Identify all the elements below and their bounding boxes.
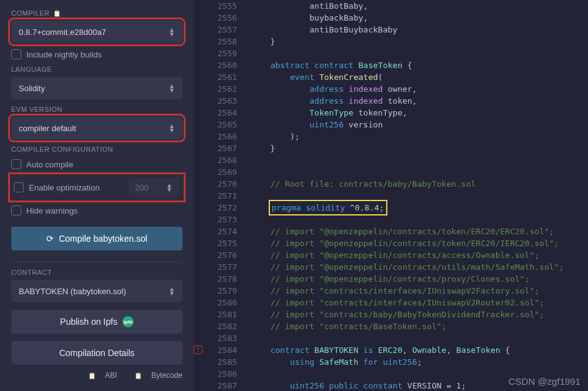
ipfs-icon: ipfs (122, 316, 134, 327)
abi-link[interactable]: ABI (81, 371, 117, 380)
error-gutter: ! (194, 0, 205, 391)
nightly-row: Include nightly builds (11, 49, 182, 59)
copy-icon[interactable] (53, 9, 61, 17)
chevron-updown-icon: ▲▼ (169, 27, 175, 36)
config-label: COMPILER CONFIGURATION (11, 146, 182, 153)
chevron-updown-icon: ▲▼ (169, 124, 175, 132)
nightly-checkbox[interactable] (11, 49, 21, 59)
compilation-details-button[interactable]: Compilation Details (11, 341, 182, 365)
chevron-updown-icon: ▲▼ (166, 183, 172, 192)
publish-ipfs-button[interactable]: Publish on Ipfs ipfs (11, 310, 182, 334)
optimization-row: Enable optimization 200 ▲▼ (11, 176, 182, 199)
compiler-sidebar: COMPILER 0.8.7+commit.e28d00a7 ▲▼ Includ… (0, 0, 194, 391)
copy-icon (88, 371, 96, 380)
evm-label: EVM VERSION (11, 106, 182, 113)
optimization-checkbox[interactable] (14, 182, 24, 192)
autocompile-row: Auto compile (11, 159, 182, 169)
autocompile-checkbox[interactable] (11, 159, 21, 169)
refresh-icon: ⟳ (46, 234, 54, 244)
code-content[interactable]: antiBotBaby, buybackBaby, antiBotBuyback… (244, 0, 570, 391)
copy-icon (134, 371, 142, 380)
divider (11, 262, 182, 262)
line-gutter: 2555255625572558255925602561256225632564… (205, 0, 244, 391)
compile-button[interactable]: ⟳ Compile babytoken.sol (11, 227, 182, 250)
hidewarn-row: Hide warnings (11, 205, 182, 215)
language-select[interactable]: Solidity ▲▼ (11, 77, 182, 99)
contract-select[interactable]: BABYTOKEN (babytoken.sol) ▲▼ (11, 280, 182, 302)
optimization-runs-input[interactable]: 200 ▲▼ (129, 178, 179, 197)
evm-select[interactable]: compiler default ▲▼ (11, 117, 182, 139)
output-links: ABI Bytecode (11, 371, 182, 380)
watermark: CSDN @zgf1991 (509, 375, 581, 387)
error-icon[interactable]: ! (194, 345, 202, 354)
contract-label: CONTRACT (11, 269, 182, 276)
language-label: LANGUAGE (11, 66, 182, 73)
chevron-updown-icon: ▲▼ (169, 287, 175, 295)
chevron-updown-icon: ▲▼ (169, 84, 175, 92)
code-editor[interactable]: ! 25552556255725582559256025612562256325… (194, 0, 588, 391)
compiler-select[interactable]: 0.8.7+commit.e28d00a7 ▲▼ (11, 21, 182, 43)
bytecode-link[interactable]: Bytecode (127, 371, 182, 380)
hidewarn-checkbox[interactable] (11, 205, 21, 215)
compiler-label: COMPILER (11, 9, 182, 17)
